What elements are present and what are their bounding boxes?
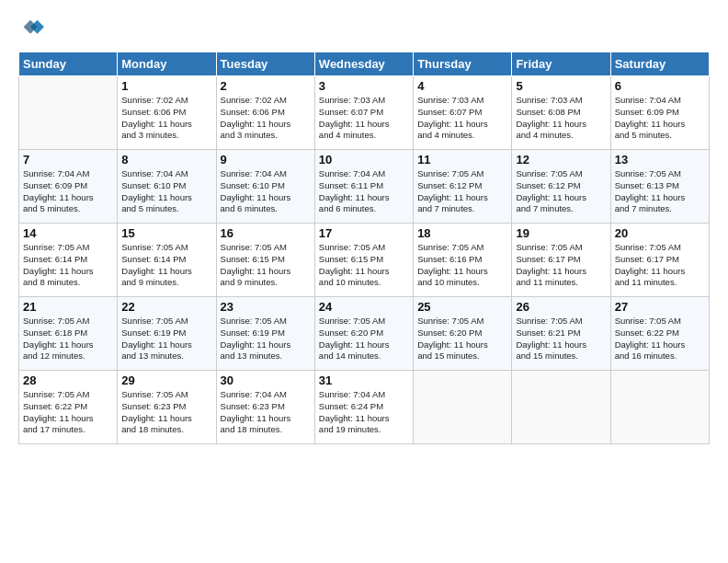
day-number: 18 [417,226,507,240]
week-row: 7Sunrise: 7:04 AM Sunset: 6:09 PM Daylig… [19,150,710,224]
week-row: 21Sunrise: 7:05 AM Sunset: 6:18 PM Dayli… [19,297,710,371]
calendar-cell: 24Sunrise: 7:05 AM Sunset: 6:20 PM Dayli… [314,297,413,371]
calendar-cell: 23Sunrise: 7:05 AM Sunset: 6:19 PM Dayli… [216,297,314,371]
calendar-cell [414,371,512,444]
day-info: Sunrise: 7:05 AM Sunset: 6:14 PM Dayligh… [23,242,113,289]
calendar-cell: 9Sunrise: 7:04 AM Sunset: 6:10 PM Daylig… [216,150,314,224]
day-number: 23 [221,300,311,314]
calendar-cell: 1Sunrise: 7:02 AM Sunset: 6:06 PM Daylig… [118,76,216,150]
day-info: Sunrise: 7:04 AM Sunset: 6:09 PM Dayligh… [23,168,113,215]
page-header [18,17,710,42]
day-info: Sunrise: 7:05 AM Sunset: 6:21 PM Dayligh… [516,316,606,362]
day-info: Sunrise: 7:05 AM Sunset: 6:17 PM Dayligh… [615,242,705,289]
calendar-cell: 3Sunrise: 7:03 AM Sunset: 6:07 PM Daylig… [314,76,413,150]
day-number: 25 [417,300,507,314]
day-info: Sunrise: 7:05 AM Sunset: 6:19 PM Dayligh… [221,316,311,362]
calendar-cell: 14Sunrise: 7:05 AM Sunset: 6:14 PM Dayli… [19,224,118,297]
calendar-cell: 22Sunrise: 7:05 AM Sunset: 6:19 PM Dayli… [118,297,216,371]
col-header-tuesday: Tuesday [216,52,314,76]
day-info: Sunrise: 7:05 AM Sunset: 6:12 PM Dayligh… [417,168,507,215]
day-info: Sunrise: 7:05 AM Sunset: 6:12 PM Dayligh… [516,168,606,215]
calendar-cell: 27Sunrise: 7:05 AM Sunset: 6:22 PM Dayli… [610,297,709,371]
col-header-friday: Friday [512,52,610,76]
calendar-cell: 10Sunrise: 7:04 AM Sunset: 6:11 PM Dayli… [314,150,413,224]
day-info: Sunrise: 7:04 AM Sunset: 6:10 PM Dayligh… [121,168,211,215]
calendar-cell: 2Sunrise: 7:02 AM Sunset: 6:06 PM Daylig… [216,76,314,150]
calendar-cell [610,371,709,444]
calendar-cell: 7Sunrise: 7:04 AM Sunset: 6:09 PM Daylig… [19,150,118,224]
day-number: 17 [319,226,409,240]
day-info: Sunrise: 7:04 AM Sunset: 6:10 PM Dayligh… [221,168,311,215]
day-number: 3 [319,79,409,93]
logo [18,17,46,42]
svg-marker-1 [24,20,38,34]
day-info: Sunrise: 7:04 AM Sunset: 6:23 PM Dayligh… [221,389,311,436]
calendar-cell: 5Sunrise: 7:03 AM Sunset: 6:08 PM Daylig… [512,76,610,150]
day-number: 21 [23,300,113,314]
day-number: 12 [516,153,606,167]
col-header-thursday: Thursday [414,52,512,76]
calendar-cell: 16Sunrise: 7:05 AM Sunset: 6:15 PM Dayli… [216,224,314,297]
calendar-cell [19,76,118,150]
calendar-cell: 4Sunrise: 7:03 AM Sunset: 6:07 PM Daylig… [414,76,512,150]
day-number: 6 [615,79,705,93]
calendar-cell: 18Sunrise: 7:05 AM Sunset: 6:16 PM Dayli… [414,224,512,297]
day-info: Sunrise: 7:05 AM Sunset: 6:17 PM Dayligh… [516,242,606,289]
day-number: 1 [121,79,211,93]
col-header-saturday: Saturday [610,52,709,76]
day-info: Sunrise: 7:05 AM Sunset: 6:22 PM Dayligh… [23,389,113,436]
day-number: 5 [516,79,606,93]
calendar-header-row: SundayMondayTuesdayWednesdayThursdayFrid… [19,52,710,76]
week-row: 14Sunrise: 7:05 AM Sunset: 6:14 PM Dayli… [19,224,710,297]
day-number: 8 [121,153,211,167]
calendar-cell [512,371,610,444]
week-row: 1Sunrise: 7:02 AM Sunset: 6:06 PM Daylig… [19,76,710,150]
day-info: Sunrise: 7:03 AM Sunset: 6:07 PM Dayligh… [319,95,409,142]
calendar-cell: 29Sunrise: 7:05 AM Sunset: 6:23 PM Dayli… [118,371,216,444]
week-row: 28Sunrise: 7:05 AM Sunset: 6:22 PM Dayli… [19,371,710,444]
day-number: 24 [319,300,409,314]
calendar-cell: 21Sunrise: 7:05 AM Sunset: 6:18 PM Dayli… [19,297,118,371]
calendar-table: SundayMondayTuesdayWednesdayThursdayFrid… [18,52,710,444]
day-info: Sunrise: 7:05 AM Sunset: 6:20 PM Dayligh… [319,316,409,362]
day-info: Sunrise: 7:05 AM Sunset: 6:15 PM Dayligh… [221,242,311,289]
calendar-cell: 25Sunrise: 7:05 AM Sunset: 6:20 PM Dayli… [414,297,512,371]
day-info: Sunrise: 7:05 AM Sunset: 6:19 PM Dayligh… [121,316,211,362]
calendar-cell: 28Sunrise: 7:05 AM Sunset: 6:22 PM Dayli… [19,371,118,444]
day-number: 19 [516,226,606,240]
day-number: 11 [417,153,507,167]
day-number: 4 [417,79,507,93]
day-info: Sunrise: 7:04 AM Sunset: 6:24 PM Dayligh… [319,389,409,436]
day-number: 28 [23,373,113,387]
day-info: Sunrise: 7:04 AM Sunset: 6:09 PM Dayligh… [615,95,705,142]
day-info: Sunrise: 7:03 AM Sunset: 6:08 PM Dayligh… [516,95,606,142]
day-info: Sunrise: 7:02 AM Sunset: 6:06 PM Dayligh… [121,95,211,142]
day-info: Sunrise: 7:05 AM Sunset: 6:14 PM Dayligh… [121,242,211,289]
calendar-cell: 13Sunrise: 7:05 AM Sunset: 6:13 PM Dayli… [610,150,709,224]
calendar-body: 1Sunrise: 7:02 AM Sunset: 6:06 PM Daylig… [19,76,710,444]
day-number: 13 [615,153,705,167]
day-number: 2 [221,79,311,93]
day-info: Sunrise: 7:05 AM Sunset: 6:22 PM Dayligh… [615,316,705,362]
col-header-wednesday: Wednesday [314,52,413,76]
calendar-cell: 12Sunrise: 7:05 AM Sunset: 6:12 PM Dayli… [512,150,610,224]
calendar-cell: 20Sunrise: 7:05 AM Sunset: 6:17 PM Dayli… [610,224,709,297]
calendar-cell: 26Sunrise: 7:05 AM Sunset: 6:21 PM Dayli… [512,297,610,371]
day-info: Sunrise: 7:05 AM Sunset: 6:18 PM Dayligh… [23,316,113,362]
calendar-cell: 30Sunrise: 7:04 AM Sunset: 6:23 PM Dayli… [216,371,314,444]
calendar-cell: 8Sunrise: 7:04 AM Sunset: 6:10 PM Daylig… [118,150,216,224]
day-info: Sunrise: 7:05 AM Sunset: 6:23 PM Dayligh… [121,389,211,436]
day-number: 20 [615,226,705,240]
calendar-cell: 31Sunrise: 7:04 AM Sunset: 6:24 PM Dayli… [314,371,413,444]
calendar-cell: 19Sunrise: 7:05 AM Sunset: 6:17 PM Dayli… [512,224,610,297]
calendar-cell: 11Sunrise: 7:05 AM Sunset: 6:12 PM Dayli… [414,150,512,224]
day-info: Sunrise: 7:05 AM Sunset: 6:15 PM Dayligh… [319,242,409,289]
day-number: 10 [319,153,409,167]
day-info: Sunrise: 7:04 AM Sunset: 6:11 PM Dayligh… [319,168,409,215]
day-number: 27 [615,300,705,314]
day-info: Sunrise: 7:05 AM Sunset: 6:16 PM Dayligh… [417,242,507,289]
logo-icon [18,17,44,42]
day-number: 30 [221,373,311,387]
day-number: 31 [319,373,409,387]
day-info: Sunrise: 7:05 AM Sunset: 6:13 PM Dayligh… [615,168,705,215]
